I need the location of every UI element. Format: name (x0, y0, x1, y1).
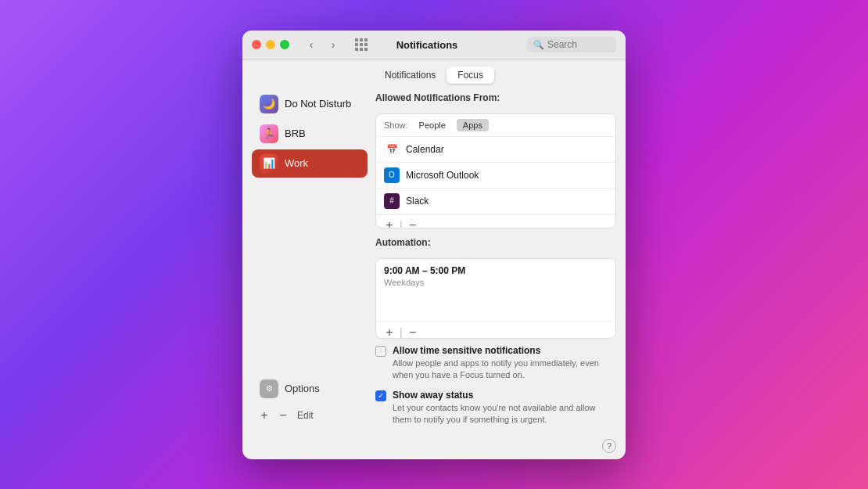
sidebar-item-dnd-label: Do Not Disturb (285, 98, 351, 110)
options-icon: ⚙ (260, 379, 278, 398)
checkbox-row-time-sensitive: Allow time sensitive notifications Allow… (375, 345, 616, 382)
sidebar: 🌙 Do Not Disturb 🏃 BRB 📊 Work ⚙ Options … (252, 90, 368, 426)
minimize-button[interactable] (266, 40, 275, 49)
slack-icon: # (384, 193, 400, 209)
sidebar-item-do-not-disturb[interactable]: 🌙 Do Not Disturb (252, 90, 368, 118)
app-name-outlook: Microsoft Outlook (406, 170, 479, 181)
show-tab-apps[interactable]: Apps (457, 119, 489, 131)
search-input[interactable] (547, 39, 610, 50)
help-area: ? (242, 436, 626, 459)
edit-button[interactable]: Edit (294, 408, 317, 422)
app-name-calendar: Calendar (406, 144, 444, 155)
right-panel: Allowed Notifications From: Show: People… (375, 90, 616, 426)
back-button[interactable]: ‹ (302, 35, 321, 54)
automation-time: 9:00 AM – 5:00 PM (384, 265, 608, 276)
list-divider: | (400, 219, 403, 229)
close-button[interactable] (252, 40, 261, 49)
show-bar: Show: People Apps (376, 114, 615, 137)
search-bar[interactable]: 🔍 (527, 37, 616, 52)
add-app-button[interactable]: + (382, 218, 396, 229)
brb-icon: 🏃 (260, 124, 278, 143)
dnd-icon: 🌙 (260, 95, 278, 113)
maximize-button[interactable] (280, 40, 289, 49)
allowed-title: Allowed Notifications From: (375, 92, 500, 103)
sidebar-item-brb-label: BRB (285, 128, 306, 139)
automation-header: Automation: (375, 235, 616, 252)
remove-item-button[interactable]: − (275, 408, 291, 423)
nav-buttons: ‹ › (302, 35, 343, 54)
automation-section: 9:00 AM – 5:00 PM Weekdays + | − (375, 258, 616, 339)
automation-days: Weekdays (384, 278, 608, 287)
show-label: Show: (384, 120, 408, 130)
add-item-button[interactable]: + (256, 408, 272, 423)
traffic-lights (252, 40, 289, 49)
checkbox-row-show-away: ✓ Show away status Let your contacts kno… (375, 390, 616, 426)
sidebar-options[interactable]: ⚙ Options (252, 375, 368, 403)
tab-notifications[interactable]: Notifications (374, 67, 447, 84)
sidebar-actions: + − Edit (252, 405, 368, 426)
app-item-calendar: 📅 Calendar (376, 137, 615, 163)
time-sensitive-title: Allow time sensitive notifications (393, 345, 616, 356)
automation-divider: | (400, 326, 403, 339)
time-sensitive-text: Allow time sensitive notifications Allow… (393, 345, 616, 382)
tab-bar: Notifications Focus (242, 60, 626, 90)
automation-item[interactable]: 9:00 AM – 5:00 PM Weekdays (376, 259, 615, 322)
automation-actions: + | − (376, 322, 615, 339)
show-away-desc: Let your contacts know you're not availa… (393, 402, 616, 426)
add-automation-button[interactable]: + (382, 325, 396, 339)
show-away-text: Show away status Let your contacts know … (393, 390, 616, 426)
show-away-checkbox[interactable]: ✓ (375, 390, 386, 401)
app-item-outlook: O Microsoft Outlook (376, 163, 615, 189)
calendar-icon: 📅 (384, 142, 400, 157)
grid-icon[interactable] (355, 38, 368, 51)
options-label: Options (285, 383, 320, 394)
forward-button[interactable]: › (324, 35, 343, 54)
time-sensitive-desc: Allow people and apps to notify you imme… (393, 358, 616, 382)
show-tab-people[interactable]: People (413, 119, 452, 131)
remove-app-button[interactable]: − (406, 218, 420, 229)
allowed-section: Show: People Apps 📅 Calendar O Microsoft… (375, 113, 616, 229)
titlebar: ‹ › Notifications 🔍 (242, 31, 626, 60)
main-window: ‹ › Notifications 🔍 Notifications Focus … (242, 31, 626, 459)
help-button[interactable]: ? (602, 439, 616, 453)
remove-automation-button[interactable]: − (406, 325, 420, 339)
sidebar-item-work-label: Work (285, 157, 308, 169)
outlook-icon: O (384, 167, 400, 183)
app-item-slack: # Slack (376, 189, 615, 214)
work-icon: 📊 (260, 154, 278, 173)
app-name-slack: Slack (406, 196, 429, 207)
main-content: 🌙 Do Not Disturb 🏃 BRB 📊 Work ⚙ Options … (242, 90, 626, 436)
search-icon: 🔍 (533, 40, 544, 50)
window-title: Notifications (380, 39, 474, 51)
sidebar-item-brb[interactable]: 🏃 BRB (252, 120, 368, 148)
automation-title: Automation: (375, 237, 431, 248)
allowed-header: Allowed Notifications From: (375, 90, 616, 107)
tab-focus[interactable]: Focus (447, 67, 494, 84)
checkbox-section: Allow time sensitive notifications Allow… (375, 345, 616, 426)
show-away-title: Show away status (393, 390, 616, 401)
time-sensitive-checkbox[interactable] (375, 346, 386, 357)
allowed-list-actions: + | − (376, 214, 615, 229)
sidebar-item-work[interactable]: 📊 Work (252, 149, 368, 178)
